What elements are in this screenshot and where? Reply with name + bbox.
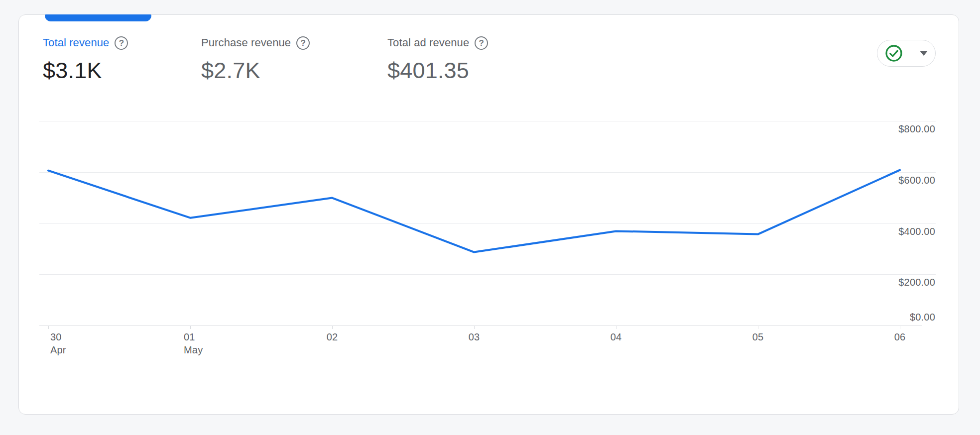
revenue-overview-card: Total revenue ? $3.1K Purchase revenue ?… — [18, 14, 959, 415]
revenue-line-chart[interactable]: $0.00$200.00$400.00$600.00$800.0030Apr01… — [19, 15, 960, 415]
total-revenue-line-series — [19, 15, 960, 415]
